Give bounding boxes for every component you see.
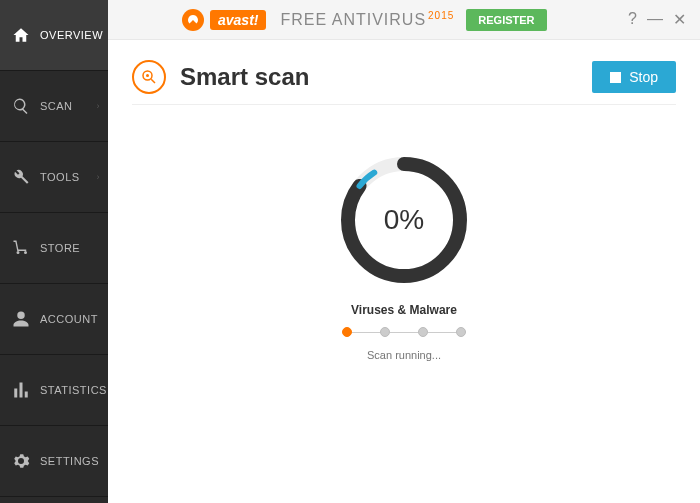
sidebar-item-tools[interactable]: TOOLS › xyxy=(0,142,108,213)
sidebar-item-label: OVERVIEW xyxy=(40,29,103,41)
brand-text: avast! xyxy=(210,10,266,30)
sidebar-item-settings[interactable]: SETTINGS xyxy=(0,426,108,497)
sidebar-item-statistics[interactable]: STATISTICS xyxy=(0,355,108,426)
current-step-label: Viruses & Malware xyxy=(351,303,457,317)
progress-gauge: 0% xyxy=(339,155,469,285)
help-button[interactable]: ? xyxy=(628,10,637,29)
smart-scan-icon xyxy=(132,60,166,94)
header: avast! FREE ANTIVIRUS2015 REGISTER ? — ✕ xyxy=(108,0,700,40)
chevron-right-icon: › xyxy=(97,172,101,182)
product-name: FREE ANTIVIRUS2015 xyxy=(280,10,454,29)
step-dot xyxy=(380,327,390,337)
register-button[interactable]: REGISTER xyxy=(466,9,546,31)
sidebar: OVERVIEW SCAN › TOOLS › STORE ACCOUNT ST… xyxy=(0,0,108,503)
step-connector xyxy=(352,332,380,333)
step-dot xyxy=(456,327,466,337)
progress-percent: 0% xyxy=(339,155,469,285)
step-connector xyxy=(428,332,456,333)
bars-icon xyxy=(12,381,30,399)
title-row: Smart scan Stop xyxy=(132,60,676,94)
window-controls: ? — ✕ xyxy=(628,10,686,29)
content: Smart scan Stop 0% Viruses & Malware xyxy=(108,40,700,503)
svg-line-1 xyxy=(151,79,155,83)
home-icon xyxy=(12,26,30,44)
product-year: 2015 xyxy=(428,10,454,21)
sidebar-item-overview[interactable]: OVERVIEW xyxy=(0,0,108,71)
step-dot xyxy=(418,327,428,337)
tools-icon xyxy=(12,168,30,186)
gear-icon xyxy=(12,452,30,470)
cart-icon xyxy=(12,239,30,257)
sidebar-item-label: STORE xyxy=(40,242,80,254)
svg-point-2 xyxy=(146,74,149,77)
sidebar-item-label: SETTINGS xyxy=(40,455,99,467)
sidebar-item-label: ACCOUNT xyxy=(40,313,98,325)
step-dot xyxy=(342,327,352,337)
user-icon xyxy=(12,310,30,328)
sidebar-item-account[interactable]: ACCOUNT xyxy=(0,284,108,355)
divider xyxy=(132,104,676,105)
logo: avast! FREE ANTIVIRUS2015 xyxy=(182,9,454,31)
stop-icon xyxy=(610,72,621,83)
stop-button-label: Stop xyxy=(629,69,658,85)
sidebar-item-label: TOOLS xyxy=(40,171,80,183)
main: avast! FREE ANTIVIRUS2015 REGISTER ? — ✕… xyxy=(108,0,700,503)
minimize-button[interactable]: — xyxy=(647,10,663,29)
step-indicator xyxy=(342,327,466,337)
sidebar-item-label: STATISTICS xyxy=(40,384,107,396)
progress-area: 0% Viruses & Malware Scan running... xyxy=(132,155,676,361)
scan-status: Scan running... xyxy=(367,349,441,361)
sidebar-item-label: SCAN xyxy=(40,100,73,112)
stop-button[interactable]: Stop xyxy=(592,61,676,93)
chevron-right-icon: › xyxy=(97,101,101,111)
logo-icon xyxy=(182,9,204,31)
sidebar-item-store[interactable]: STORE xyxy=(0,213,108,284)
page-title: Smart scan xyxy=(180,63,309,91)
sidebar-item-scan[interactable]: SCAN › xyxy=(0,71,108,142)
step-connector xyxy=(390,332,418,333)
search-icon xyxy=(12,97,30,115)
close-button[interactable]: ✕ xyxy=(673,10,686,29)
